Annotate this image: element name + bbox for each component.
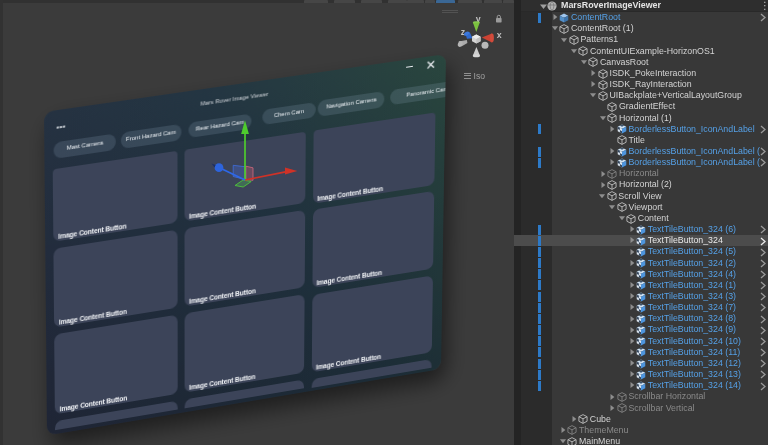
svg-text:z: z bbox=[461, 27, 466, 37]
svg-text:x: x bbox=[497, 30, 502, 40]
